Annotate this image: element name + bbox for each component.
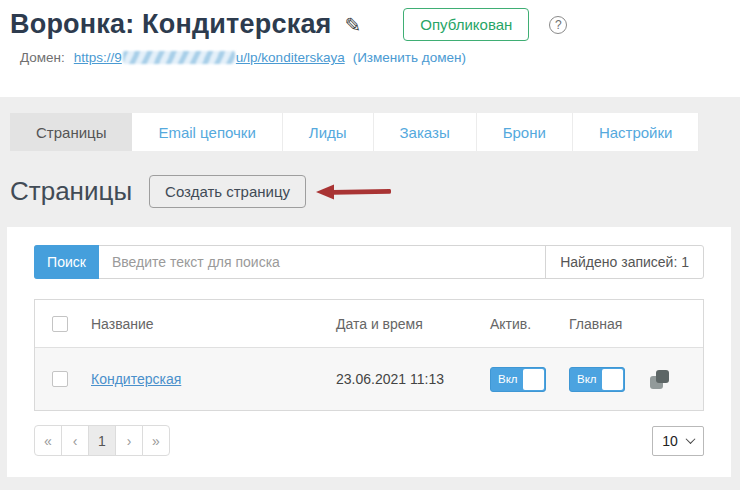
- column-header-main: Главная: [569, 316, 650, 332]
- chevron-down-icon: [685, 434, 695, 444]
- redacted-url-segment: [123, 51, 235, 64]
- select-all-checkbox[interactable]: [52, 316, 68, 332]
- tab-settings[interactable]: Настройки: [573, 113, 700, 151]
- page-size-select[interactable]: 10: [652, 426, 704, 456]
- column-header-datetime: Дата и время: [336, 316, 490, 332]
- section-heading: Страницы: [10, 176, 132, 207]
- pages-table: Название Дата и время Актив. Главная Кон…: [34, 299, 704, 411]
- change-domain-link[interactable]: (Изменить домен): [353, 50, 466, 65]
- pagination-last-button[interactable]: »: [142, 425, 170, 456]
- row-checkbox[interactable]: [52, 371, 68, 387]
- pagination-first-button[interactable]: «: [34, 425, 62, 456]
- pagination-row: « ‹ 1 › » 10: [34, 425, 704, 456]
- published-status-button[interactable]: Опубликован: [403, 8, 529, 41]
- table-header-row: Название Дата и время Актив. Главная: [35, 300, 703, 347]
- active-toggle[interactable]: Вкл: [490, 367, 546, 392]
- edit-pencil-icon[interactable]: ✎: [345, 13, 362, 37]
- main-toggle-label: Вкл: [577, 373, 597, 385]
- annotation-arrow-icon: [314, 181, 394, 203]
- pagination: « ‹ 1 › »: [34, 425, 170, 456]
- pagination-next-button[interactable]: ›: [115, 425, 143, 456]
- main-page-toggle[interactable]: Вкл: [569, 367, 625, 392]
- duplicate-page-icon[interactable]: [650, 369, 670, 389]
- records-found-label: Найдено записей: 1: [545, 246, 703, 278]
- table-row: Кондитерская 23.06.2021 11:13 Вкл Вкл: [35, 347, 703, 410]
- column-header-name: Название: [91, 316, 336, 332]
- search-button[interactable]: Поиск: [34, 245, 99, 279]
- pagination-page-1[interactable]: 1: [88, 425, 116, 456]
- toggle-knob: [602, 369, 623, 390]
- domain-row: Домен: https://9u/lp/konditerskaya (Изме…: [10, 41, 740, 65]
- domain-url-suffix: u/lp/konditerskaya: [236, 50, 345, 65]
- page-size-value: 10: [662, 433, 678, 449]
- domain-url-prefix: https://9: [74, 50, 122, 65]
- column-header-active: Актив.: [490, 316, 569, 332]
- row-datetime: 23.06.2021 11:13: [336, 371, 444, 387]
- page-header: Воронка: Кондитерская ✎ Опубликован ? До…: [0, 0, 740, 97]
- search-bar: Поиск Найдено записей: 1: [34, 245, 704, 279]
- domain-label: Домен:: [20, 50, 65, 65]
- pages-panel: Поиск Найдено записей: 1 Название Дата и…: [7, 227, 731, 477]
- domain-url-link[interactable]: https://9u/lp/konditerskaya: [74, 50, 345, 65]
- active-toggle-label: Вкл: [498, 373, 518, 385]
- tab-leads[interactable]: Лиды: [283, 113, 374, 151]
- tab-bar: Страницы Email цепочки Лиды Заказы Брони…: [10, 113, 699, 151]
- tab-orders[interactable]: Заказы: [374, 113, 477, 151]
- pagination-prev-button[interactable]: ‹: [61, 425, 89, 456]
- toggle-knob: [523, 369, 544, 390]
- tab-pages[interactable]: Страницы: [10, 113, 132, 151]
- page-body: Страницы Email цепочки Лиды Заказы Брони…: [0, 97, 740, 490]
- heading-row: Страницы Создать страницу: [10, 173, 740, 209]
- create-page-button[interactable]: Создать страницу: [149, 175, 306, 208]
- tab-bookings[interactable]: Брони: [477, 113, 573, 151]
- tab-email-chains[interactable]: Email цепочки: [132, 113, 282, 151]
- title-row: Воронка: Кондитерская ✎ Опубликован ?: [10, 8, 740, 41]
- page-title: Воронка: Кондитерская: [10, 9, 332, 40]
- help-question-icon[interactable]: ?: [549, 16, 567, 34]
- page-name-link[interactable]: Кондитерская: [91, 371, 181, 387]
- search-input[interactable]: [99, 246, 545, 278]
